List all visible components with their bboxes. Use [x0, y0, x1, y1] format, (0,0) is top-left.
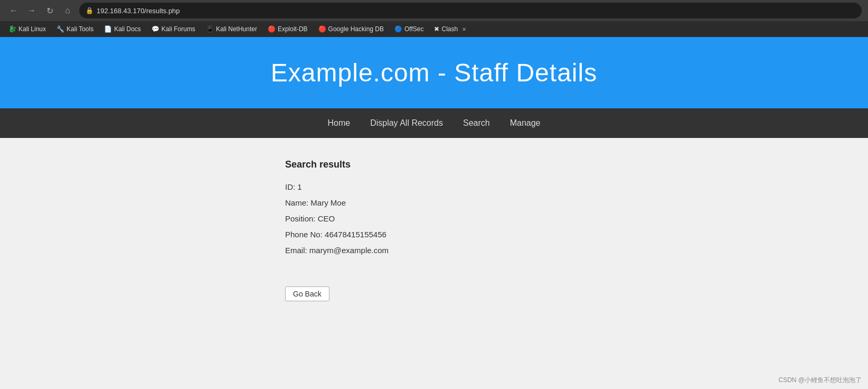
clash-close-icon[interactable]: ✕ — [462, 26, 466, 32]
nav-link-manage[interactable]: Manage — [508, 114, 543, 132]
back-button[interactable]: ← — [6, 3, 21, 18]
result-name: Name: Mary Moe — [285, 197, 346, 209]
bookmark-exploit-db[interactable]: 🔴 Exploit-DB — [263, 24, 312, 34]
kali-docs-icon: 📄 — [104, 25, 112, 33]
bookmark-kali-tools[interactable]: 🔧 Kali Tools — [52, 24, 98, 34]
nav-link-display-all[interactable]: Display All Records — [368, 114, 445, 132]
go-back-button[interactable]: Go Back — [285, 286, 329, 301]
exploit-db-icon: 🔴 — [268, 25, 276, 33]
bookmark-label: Kali Forums — [162, 25, 195, 33]
bookmark-kali-linux[interactable]: 🐉 Kali Linux — [4, 24, 50, 34]
bookmark-offsec[interactable]: 🔵 OffSec — [390, 24, 428, 34]
nav-item-manage[interactable]: Manage — [508, 118, 543, 128]
reload-button[interactable]: ↻ — [42, 3, 57, 18]
footer-watermark: CSDN @小鲤鱼不想吐泡泡了 — [778, 376, 862, 385]
result-email: Email: marym@example.com — [285, 244, 389, 257]
security-icon: 🔒 — [86, 7, 93, 14]
bookmark-label: Kali Linux — [18, 25, 46, 33]
browser-toolbar: ← → ↻ ⌂ 🔒 192.168.43.170/results.php — [0, 0, 868, 21]
bookmark-kali-forums[interactable]: 💬 Kali Forums — [147, 24, 200, 34]
clash-icon: ✖ — [434, 25, 439, 33]
offsec-icon: 🔵 — [394, 25, 402, 33]
site-content: Search results ID: 1 Name: Mary Moe Posi… — [0, 138, 868, 349]
site-header: Example.com - Staff Details — [0, 37, 868, 108]
bookmark-label: Kali NetHunter — [216, 25, 257, 33]
bookmark-kali-docs[interactable]: 📄 Kali Docs — [100, 24, 145, 34]
result-position: Position: CEO — [285, 212, 335, 225]
bookmark-label: Clash — [441, 25, 458, 33]
home-button[interactable]: ⌂ — [60, 3, 75, 18]
nav-item-home[interactable]: Home — [325, 118, 352, 128]
nav-item-search[interactable]: Search — [461, 118, 492, 128]
bookmark-label: Google Hacking DB — [328, 25, 384, 33]
nav-links: Home Display All Records Search Manage — [325, 118, 542, 128]
nav-link-home[interactable]: Home — [325, 114, 352, 132]
nav-link-search[interactable]: Search — [461, 114, 492, 132]
site-nav: Home Display All Records Search Manage — [0, 108, 868, 138]
nav-item-display-all[interactable]: Display All Records — [368, 118, 445, 128]
bookmark-label: Kali Tools — [67, 25, 93, 33]
kali-forums-icon: 💬 — [152, 25, 159, 33]
url-display: 192.168.43.170/results.php — [97, 7, 855, 15]
kali-nethunter-icon: 📱 — [206, 25, 214, 33]
result-id: ID: 1 — [285, 181, 302, 193]
forward-button[interactable]: → — [24, 3, 39, 18]
address-bar[interactable]: 🔒 192.168.43.170/results.php — [79, 3, 862, 18]
site-title: Example.com - Staff Details — [11, 58, 857, 87]
bookmark-kali-nethunter[interactable]: 📱 Kali NetHunter — [202, 24, 261, 34]
nav-buttons: ← → ↻ ⌂ — [6, 3, 75, 18]
bookmark-label: Exploit-DB — [278, 25, 308, 33]
kali-linux-icon: 🐉 — [8, 25, 16, 33]
kali-tools-icon: 🔧 — [56, 25, 64, 33]
bookmarks-bar: 🐉 Kali Linux 🔧 Kali Tools 📄 Kali Docs 💬 … — [0, 21, 868, 37]
search-results-title: Search results — [285, 159, 351, 170]
bookmark-google-hacking-db[interactable]: 🔴 Google Hacking DB — [314, 24, 388, 34]
result-phone: Phone No: 46478415155456 — [285, 228, 386, 241]
browser-chrome: ← → ↻ ⌂ 🔒 192.168.43.170/results.php 🐉 K… — [0, 0, 868, 37]
bookmark-clash[interactable]: ✖ Clash ✕ — [430, 24, 470, 34]
bookmark-label: OffSec — [404, 25, 423, 33]
google-hacking-db-icon: 🔴 — [318, 25, 326, 33]
bookmark-label: Kali Docs — [114, 25, 141, 33]
